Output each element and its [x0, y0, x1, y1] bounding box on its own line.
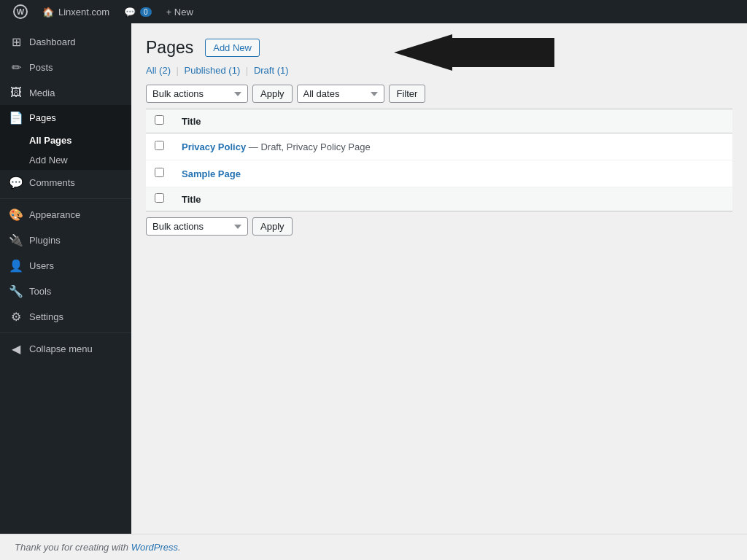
page-link-sample[interactable]: Sample Page	[182, 168, 241, 179]
sidebar-item-dashboard[interactable]: ⊞ Dashboard	[0, 29, 131, 55]
select-all-bottom-checkbox[interactable]	[155, 193, 164, 203]
footer-link[interactable]: WordPress	[131, 542, 178, 553]
collapse-icon: ◀	[9, 342, 23, 356]
select-all-checkbox[interactable]	[155, 115, 164, 125]
sidebar-item-appearance[interactable]: 🎨 Appearance	[0, 202, 131, 228]
footer-suffix: .	[178, 542, 181, 553]
media-icon: 🖼	[9, 86, 23, 99]
submenu-item-all-pages[interactable]: All Pages	[0, 131, 131, 150]
filter-published[interactable]: Published (1)	[185, 65, 243, 76]
new-label: + New	[166, 7, 193, 18]
footer-text: Thank you for creating with	[15, 542, 128, 553]
collapse-label: Collapse menu	[29, 343, 93, 354]
sidebar-label-pages: Pages	[29, 112, 56, 123]
footer-checkbox-col	[146, 187, 173, 211]
table-row: Privacy Policy — Draft, Privacy Policy P…	[146, 133, 732, 160]
settings-icon: ⚙	[9, 310, 23, 324]
all-pages-label: All Pages	[29, 135, 72, 146]
pages-table: Title Privacy Policy — Draft, Privacy Po…	[146, 109, 732, 211]
sidebar-item-media[interactable]: 🖼 Media	[0, 80, 131, 105]
admin-bar: W 🏠 Linxent.com 💬 0 + New	[0, 0, 747, 23]
header-checkbox-col	[146, 109, 173, 133]
arrow-svg	[394, 34, 554, 71]
sidebar-label-tools: Tools	[29, 286, 51, 297]
row-checkbox-privacy	[146, 133, 173, 160]
new-item[interactable]: + New	[159, 0, 201, 23]
tools-icon: 🔧	[9, 284, 23, 298]
sidebar-item-comments[interactable]: 💬 Comments	[0, 170, 131, 195]
sidebar-label-users: Users	[29, 260, 54, 271]
main-content: Pages Add New All (2) | Published (1) | …	[131, 23, 747, 534]
svg-marker-0	[394, 34, 554, 71]
apply-button-bottom[interactable]: Apply	[252, 217, 293, 236]
sidebar-item-settings[interactable]: ⚙ Settings	[0, 304, 131, 330]
sidebar-label-posts: Posts	[29, 62, 53, 73]
site-name-item[interactable]: 🏠 Linxent.com	[35, 0, 117, 23]
sidebar-item-posts[interactable]: ✏ Posts	[0, 55, 131, 80]
comment-icon: 💬	[124, 7, 136, 18]
comments-count: 0	[140, 7, 152, 17]
comments-icon: 💬	[9, 176, 23, 190]
dashboard-icon: ⊞	[9, 35, 23, 49]
page-link-privacy[interactable]: Privacy Policy	[182, 141, 249, 152]
layout: ⊞ Dashboard ✏ Posts 🖼 Media 📄 Pages All …	[0, 23, 747, 534]
sidebar-item-users[interactable]: 👤 Users	[0, 253, 131, 279]
footer: Thank you for creating with WordPress.	[0, 534, 747, 560]
plugins-icon: 🔌	[9, 233, 23, 247]
arrow-annotation	[394, 34, 554, 73]
home-icon: 🏠	[42, 7, 54, 18]
sidebar-label-plugins: Plugins	[29, 235, 61, 246]
sidebar-label-dashboard: Dashboard	[29, 36, 76, 47]
checkbox-sample[interactable]	[155, 168, 164, 177]
separator-2: |	[246, 65, 248, 76]
pages-submenu: All Pages Add New	[0, 131, 131, 170]
page-status-privacy: — Draft, Privacy Policy Page	[249, 141, 371, 152]
sidebar-label-comments: Comments	[29, 177, 75, 188]
checkbox-privacy[interactable]	[155, 141, 164, 150]
page-header: Pages Add New	[146, 38, 732, 58]
bottom-toolbar: Bulk actionsEditMove to Trash Apply	[146, 217, 732, 236]
table-footer-header: Title	[146, 187, 732, 211]
wp-logo-item[interactable]: W	[6, 0, 35, 23]
row-title-sample: Sample Page	[173, 160, 732, 187]
dates-select[interactable]: All dates	[297, 85, 384, 103]
sidebar-label-media: Media	[29, 88, 55, 98]
header-title-col: Title	[173, 109, 732, 133]
bulk-actions-select-bottom[interactable]: Bulk actionsEditMove to Trash	[146, 217, 248, 236]
comments-item[interactable]: 💬 0	[117, 0, 159, 23]
filter-all[interactable]: All (2)	[146, 65, 174, 76]
sidebar: ⊞ Dashboard ✏ Posts 🖼 Media 📄 Pages All …	[0, 23, 131, 534]
separator-1: |	[177, 65, 179, 76]
sidebar-label-appearance: Appearance	[29, 209, 80, 220]
site-name: Linxent.com	[58, 7, 109, 18]
top-toolbar: Bulk actionsEditMove to Trash Apply All …	[146, 85, 732, 103]
filter-draft[interactable]: Draft (1)	[254, 65, 289, 76]
wp-logo-icon: W	[13, 4, 28, 19]
sidebar-label-settings: Settings	[29, 311, 63, 322]
sidebar-collapse[interactable]: ◀ Collapse menu	[0, 336, 131, 362]
sidebar-item-plugins[interactable]: 🔌 Plugins	[0, 228, 131, 253]
sidebar-item-pages[interactable]: 📄 Pages	[0, 105, 131, 131]
bulk-actions-select-top[interactable]: Bulk actionsEditMove to Trash	[146, 85, 248, 103]
table-row: Sample Page	[146, 160, 732, 187]
submenu-item-add-new[interactable]: Add New	[0, 150, 131, 170]
page-title: Pages	[146, 38, 193, 58]
sidebar-item-tools[interactable]: 🔧 Tools	[0, 279, 131, 304]
sidebar-divider	[0, 198, 131, 199]
row-title-privacy: Privacy Policy — Draft, Privacy Policy P…	[173, 133, 732, 160]
sidebar-divider-2	[0, 332, 131, 333]
footer-title-col: Title	[173, 187, 732, 211]
users-icon: 👤	[9, 259, 23, 273]
row-checkbox-sample	[146, 160, 173, 187]
add-new-submenu-label: Add New	[29, 155, 68, 166]
posts-icon: ✏	[9, 61, 23, 74]
table-header: Title	[146, 109, 732, 133]
add-new-button[interactable]: Add New	[205, 39, 260, 57]
appearance-icon: 🎨	[9, 208, 23, 222]
apply-button-top[interactable]: Apply	[252, 85, 293, 103]
filter-button[interactable]: Filter	[389, 85, 426, 103]
pages-icon: 📄	[9, 111, 23, 125]
